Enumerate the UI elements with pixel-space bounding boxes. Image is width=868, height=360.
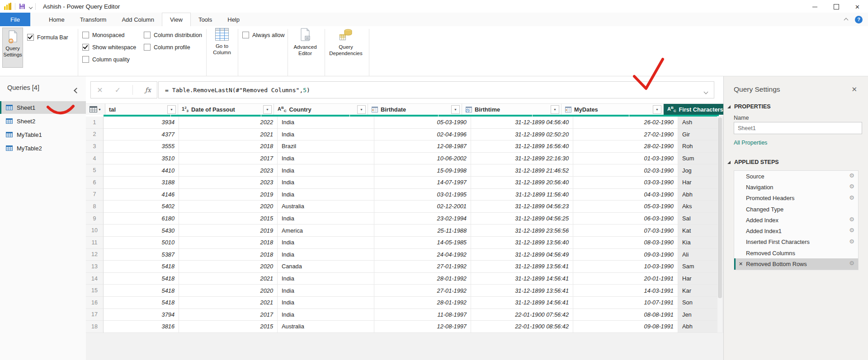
- table-cell[interactable]: India: [278, 273, 374, 285]
- table-cell[interactable]: India: [278, 237, 374, 249]
- table-cell[interactable]: 31-12-1899 02:50:20: [471, 129, 573, 141]
- table-cell[interactable]: Brazil: [278, 140, 374, 153]
- table-cell[interactable]: 15-09-1998: [374, 164, 471, 177]
- tab-file[interactable]: File: [0, 13, 30, 26]
- table-cell[interactable]: 14-03-1991: [573, 285, 678, 297]
- row-number[interactable]: 8: [86, 201, 104, 213]
- table-cell[interactable]: 31-12-1899 21:46:52: [471, 164, 573, 177]
- table-cell[interactable]: 3794: [104, 309, 179, 321]
- column-header-mydates[interactable]: MyDates▼: [561, 103, 664, 115]
- table-cell[interactable]: India: [278, 249, 374, 261]
- applied-step-removed-columns[interactable]: Removed Columns: [734, 248, 858, 258]
- table-cell[interactable]: 2015: [179, 213, 278, 225]
- table-cell[interactable]: 10-07-1991: [573, 297, 678, 309]
- table-cell[interactable]: Australia: [278, 201, 374, 213]
- filter-dropdown-icon[interactable]: ▼: [653, 105, 661, 114]
- table-cell[interactable]: 11-08-1997: [374, 309, 471, 321]
- table-cell[interactable]: 31-12-1899 20:56:40: [471, 177, 573, 189]
- table-cell[interactable]: 09-03-1990: [573, 249, 678, 261]
- row-number[interactable]: 5: [86, 164, 104, 177]
- table-cell[interactable]: 08-08-1991: [573, 309, 678, 321]
- table-cell[interactable]: 14-07-1997: [374, 177, 471, 189]
- row-number[interactable]: 18: [86, 321, 104, 333]
- table-cell[interactable]: India: [278, 297, 374, 309]
- table-cell[interactable]: 27-01-1992: [374, 261, 471, 273]
- applied-step-navigation[interactable]: Navigation⚙: [734, 182, 858, 192]
- step-settings-gear-icon[interactable]: ⚙: [849, 183, 854, 189]
- row-number[interactable]: 10: [86, 224, 104, 237]
- table-cell[interactable]: 2021: [179, 297, 278, 309]
- table-cell[interactable]: India: [278, 153, 374, 165]
- step-settings-gear-icon[interactable]: ⚙: [849, 227, 854, 233]
- table-cell[interactable]: 5418: [104, 261, 179, 273]
- column-profile-checkbox[interactable]: Column profile: [144, 44, 190, 51]
- table-cell[interactable]: 2018: [179, 237, 278, 249]
- tab-transform[interactable]: Transform: [72, 13, 114, 26]
- applied-step-inserted-first-characters[interactable]: Inserted First Characters⚙: [734, 237, 858, 248]
- scrollbar-handle[interactable]: [718, 117, 722, 298]
- column-header-date-of-passout[interactable]: 123Date of Passout▼: [178, 103, 274, 115]
- table-cell[interactable]: 27-01-1992: [374, 285, 471, 297]
- applied-step-promoted-headers[interactable]: Promoted Headers⚙: [734, 193, 858, 204]
- table-cell[interactable]: 20-01-1991: [573, 273, 678, 285]
- table-cell[interactable]: 12-08-1987: [374, 140, 471, 153]
- table-cell[interactable]: 31-12-1899 13:56:41: [471, 285, 573, 297]
- close-button[interactable]: ✕: [847, 0, 868, 14]
- row-number[interactable]: 2: [86, 129, 104, 141]
- column-header-country[interactable]: ABCCountry▼: [274, 103, 368, 115]
- table-cell[interactable]: 06-03-1990: [573, 213, 678, 225]
- step-settings-gear-icon[interactable]: ⚙: [849, 173, 854, 178]
- table-cell[interactable]: 3188: [104, 177, 179, 189]
- tab-help[interactable]: Help: [220, 13, 247, 26]
- applied-step-changed-type[interactable]: Changed Type: [734, 204, 858, 215]
- table-cell[interactable]: 2017: [179, 153, 278, 165]
- filter-dropdown-icon[interactable]: ▼: [551, 105, 559, 114]
- table-cell[interactable]: 10-06-2002: [374, 153, 471, 165]
- table-cell[interactable]: 2022: [179, 117, 278, 129]
- table-cell[interactable]: 31-12-1899 16:56:40: [471, 140, 573, 153]
- table-cell[interactable]: 26-02-1990: [573, 117, 678, 129]
- table-cell[interactable]: 25-11-1988: [374, 224, 471, 237]
- filter-dropdown-icon[interactable]: ▼: [451, 105, 460, 114]
- table-cell[interactable]: 2020: [179, 285, 278, 297]
- table-cell[interactable]: 2021: [179, 273, 278, 285]
- commit-formula-icon[interactable]: ✓: [115, 86, 121, 94]
- table-cell[interactable]: 6180: [104, 213, 179, 225]
- table-cell[interactable]: 05-03-1990: [374, 117, 471, 129]
- table-cell[interactable]: 31-12-1899 22:16:30: [471, 153, 573, 165]
- collapse-ribbon-icon[interactable]: [844, 15, 848, 23]
- formula-bar-checkbox[interactable]: Formula Bar: [27, 34, 68, 41]
- table-cell[interactable]: 2018: [179, 140, 278, 153]
- column-header-birthtime[interactable]: Birthtime▼: [462, 103, 561, 115]
- table-cell[interactable]: 5430: [104, 224, 179, 237]
- help-icon[interactable]: ?: [855, 16, 863, 23]
- query-item-mytable1[interactable]: MyTable1: [0, 128, 86, 141]
- table-cell[interactable]: 5387: [104, 249, 179, 261]
- step-settings-gear-icon[interactable]: ⚙: [849, 260, 854, 266]
- table-cell[interactable]: 2020: [179, 261, 278, 273]
- show-whitespace-checkbox[interactable]: Show whitespace: [82, 44, 136, 51]
- go-to-column-button[interactable]: Go to Column: [207, 28, 237, 56]
- row-number[interactable]: 17: [86, 309, 104, 321]
- formula-input[interactable]: = Table.RemoveLastN(#"Removed Columns",5…: [158, 81, 714, 98]
- row-number[interactable]: 3: [86, 140, 104, 153]
- table-cell[interactable]: 02-03-1990: [573, 164, 678, 177]
- table-cell[interactable]: 2019: [179, 224, 278, 237]
- table-cell[interactable]: 3555: [104, 140, 179, 153]
- table-cell[interactable]: 2023: [179, 164, 278, 177]
- applied-step-added-index1[interactable]: Added Index1⚙: [734, 225, 858, 236]
- table-cell[interactable]: 4146: [104, 189, 179, 201]
- column-quality-checkbox[interactable]: Column quality: [82, 56, 130, 63]
- table-cell[interactable]: 28-01-1992: [374, 273, 471, 285]
- row-number[interactable]: 7: [86, 189, 104, 201]
- table-cell[interactable]: Australia: [278, 321, 374, 333]
- applied-steps-section-header[interactable]: APPLIED STEPS: [727, 159, 779, 165]
- table-cell[interactable]: 28-02-1990: [573, 140, 678, 153]
- table-cell[interactable]: 05-03-1990: [573, 201, 678, 213]
- table-cell[interactable]: 31-12-1899 11:56:40: [471, 189, 573, 201]
- advanced-editor-button[interactable]: Advanced Editor: [289, 28, 321, 57]
- table-cell[interactable]: 02-12-2001: [374, 201, 471, 213]
- table-cell[interactable]: 31-12-1899 04:56:40: [471, 117, 573, 129]
- row-number[interactable]: 16: [86, 297, 104, 309]
- table-cell[interactable]: 5010: [104, 237, 179, 249]
